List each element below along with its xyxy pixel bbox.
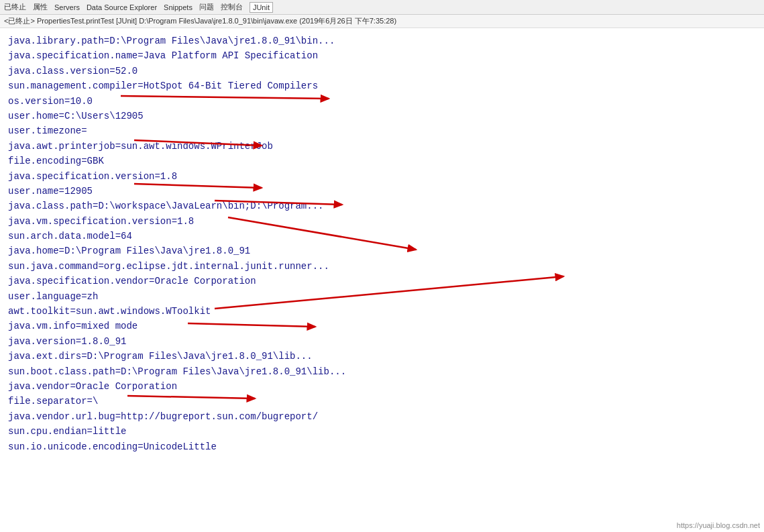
content-area: java.library.path=D:\Program Files\Java\… <box>0 28 764 532</box>
code-line: java.specification.name=Java Platform AP… <box>8 48 756 63</box>
code-line: java.library.path=D:\Program Files\Java\… <box>8 34 756 48</box>
code-line: java.vm.specification.version=1.8 <box>8 214 756 229</box>
breadcrumb: <已终止> PropertiesTest.printTest [JUnit] D… <box>0 15 764 28</box>
line-text: java.version=1.8.0_91 <box>8 334 126 349</box>
line-text: java.vendor=Oracle Corporation <box>8 379 177 394</box>
code-line: sun.java.command=org.eclipse.jdt.interna… <box>8 259 756 274</box>
code-line: file.encoding=GBK <box>8 154 756 168</box>
code-line: java.vm.info=mixed mode <box>8 319 756 333</box>
code-line: java.home=D:\Program Files\Java\jre1.8.0… <box>8 244 756 258</box>
code-line: java.class.path=D:\workspace\JavaLearn\b… <box>8 199 756 213</box>
tab-datasource[interactable]: Data Source Explorer <box>87 3 157 11</box>
code-line: java.vendor.url.bug=http://bugreport.sun… <box>8 409 756 424</box>
line-text: java.home=D:\Program Files\Java\jre1.8.0… <box>8 244 250 258</box>
line-text: user.language=zh <box>8 289 98 304</box>
line-text: sun.cpu.endian=little <box>8 424 126 439</box>
code-line: sun.management.compiler=HotSpot 64-Bit T… <box>8 78 756 93</box>
breadcrumb-text: <已终止> PropertiesTest.printTest [JUnit] D… <box>4 16 396 26</box>
code-line: sun.boot.class.path=D:\Program Files\Jav… <box>8 364 756 379</box>
line-text: file.encoding=GBK <box>8 154 104 168</box>
code-line: user.home=C:\Users\12905 <box>8 109 756 123</box>
line-text: java.library.path=D:\Program Files\Java\… <box>8 34 335 48</box>
line-text: java.specification.version=1.8 <box>8 169 177 184</box>
tab-properties[interactable]: 属性 <box>33 2 48 12</box>
line-text: java.awt.printerjob=sun.awt.windows.WPri… <box>8 139 273 154</box>
line-text: sun.io.unicode.encoding=UnicodeLittle <box>8 439 217 454</box>
tab-snippets[interactable]: Snippets <box>164 3 193 11</box>
line-text: sun.management.compiler=HotSpot 64-Bit T… <box>8 78 318 93</box>
line-text: user.name=12905 <box>8 184 93 199</box>
line-text: os.version=10.0 <box>8 94 93 109</box>
line-text: user.timezone= <box>8 123 87 138</box>
line-text: sun.arch.data.model=64 <box>8 229 132 244</box>
code-line: java.specification.vendor=Oracle Corpora… <box>8 274 756 288</box>
code-line: sun.arch.data.model=64 <box>8 229 756 244</box>
code-line: user.language=zh <box>8 289 756 304</box>
code-line: java.ext.dirs=D:\Program Files\Java\jre1… <box>8 349 756 364</box>
line-text: java.ext.dirs=D:\Program Files\Java\jre1… <box>8 349 313 364</box>
line-text: java.vm.info=mixed mode <box>8 319 138 333</box>
code-line: user.name=12905 <box>8 184 756 199</box>
code-line: os.version=10.0 <box>8 94 756 109</box>
tab-problems[interactable]: 问题 <box>199 2 214 12</box>
line-text: file.separator=\ <box>8 394 98 409</box>
line-text: java.specification.name=Java Platform AP… <box>8 48 318 63</box>
code-line: java.specification.version=1.8 <box>8 169 756 184</box>
line-text: awt.toolkit=sun.awt.windows.WToolkit <box>8 304 211 319</box>
code-line: java.awt.printerjob=sun.awt.windows.WPri… <box>8 139 756 154</box>
line-text: java.specification.vendor=Oracle Corpora… <box>8 274 256 288</box>
code-line: java.class.version=52.0 <box>8 64 756 78</box>
tab-servers[interactable]: Servers <box>54 3 80 11</box>
tab-junit[interactable]: JUnit <box>250 2 273 13</box>
line-text: java.class.version=52.0 <box>8 64 138 78</box>
code-line: user.timezone= <box>8 123 756 138</box>
code-line: file.separator=\ <box>8 394 756 409</box>
bottom-link: https://yuaji.blog.csdn.net <box>677 521 760 529</box>
code-line: sun.io.unicode.encoding=UnicodeLittle <box>8 439 756 454</box>
line-text: java.vendor.url.bug=http://bugreport.sun… <box>8 409 318 424</box>
tab-terminated[interactable]: 已终止 <box>4 2 26 12</box>
line-text: java.class.path=D:\workspace\JavaLearn\b… <box>8 199 323 213</box>
code-line: java.version=1.8.0_91 <box>8 334 756 349</box>
tab-console[interactable]: 控制台 <box>221 2 243 12</box>
line-text: java.vm.specification.version=1.8 <box>8 214 194 229</box>
code-line: sun.cpu.endian=little <box>8 424 756 439</box>
code-line: java.vendor=Oracle Corporation <box>8 379 756 394</box>
line-text: sun.boot.class.path=D:\Program Files\Jav… <box>8 364 346 379</box>
code-line: awt.toolkit=sun.awt.windows.WToolkit <box>8 304 756 319</box>
top-bar: 已终止 属性 Servers Data Source Explorer Snip… <box>0 0 764 15</box>
line-text: sun.java.command=org.eclipse.jdt.interna… <box>8 259 329 274</box>
line-text: user.home=C:\Users\12905 <box>8 109 144 123</box>
